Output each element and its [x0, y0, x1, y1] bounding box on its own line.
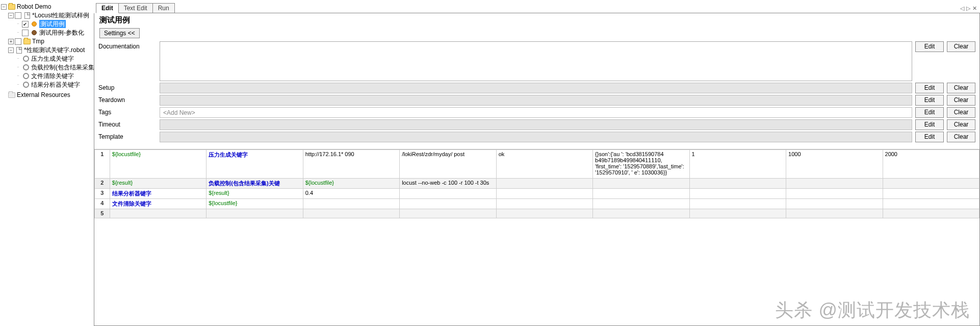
- tab-run[interactable]: Run: [152, 3, 175, 13]
- grid-cell[interactable]: [689, 209, 786, 218]
- clear-button[interactable]: Clear: [947, 41, 975, 52]
- grid-cell[interactable]: locust --no-web -c 100 -r 100 -t 30s: [400, 179, 496, 189]
- tree-item-label[interactable]: 测试用例-参数化: [39, 29, 84, 37]
- grid-cell[interactable]: [496, 179, 592, 189]
- tree-item-label[interactable]: 结果分析器关键字: [31, 81, 80, 89]
- test-checkbox[interactable]: [22, 21, 29, 28]
- documentation-label: Documentation: [98, 41, 160, 50]
- grid-cell[interactable]: [689, 179, 786, 189]
- grid-cell[interactable]: [593, 199, 689, 209]
- edit-button[interactable]: Edit: [915, 83, 944, 93]
- grid-cell[interactable]: ${locustfile}: [110, 150, 206, 179]
- grid-cell[interactable]: [883, 179, 979, 189]
- edit-button[interactable]: Edit: [915, 107, 944, 118]
- grid-cell[interactable]: 0.4: [303, 189, 399, 199]
- grid-cell[interactable]: [207, 209, 303, 218]
- template-field[interactable]: [160, 132, 912, 142]
- tree-item-label[interactable]: 测试用例: [39, 20, 66, 28]
- grid-cell[interactable]: [689, 199, 786, 209]
- grid-cell[interactable]: [883, 199, 979, 209]
- tree-item-label[interactable]: 文件清除关键字: [31, 72, 74, 80]
- grid-cell[interactable]: ${result}: [207, 189, 303, 199]
- tree-expand-icon[interactable]: +: [8, 39, 14, 44]
- tree-collapse-icon[interactable]: −: [8, 47, 14, 53]
- tree-item-label[interactable]: *Locust性能测试样例: [32, 11, 89, 19]
- grid-cell[interactable]: [303, 199, 399, 209]
- grid-row-number[interactable]: 5: [95, 209, 110, 218]
- grid-cell[interactable]: [883, 209, 979, 218]
- tree-external-label[interactable]: External Resources: [17, 91, 70, 99]
- test-checkbox[interactable]: [15, 38, 21, 45]
- tab-edit[interactable]: Edit: [96, 3, 119, 13]
- grid-cell[interactable]: 1: [689, 150, 786, 179]
- grid-cell[interactable]: ok: [496, 150, 592, 179]
- grid-cell[interactable]: ${locustfile}: [303, 179, 399, 189]
- settings-toggle-button[interactable]: Settings <<: [99, 28, 140, 38]
- grid-cell[interactable]: [496, 209, 592, 218]
- template-label: Template: [98, 132, 160, 140]
- tree-collapse-icon[interactable]: −: [8, 13, 14, 18]
- grid-cell[interactable]: [593, 179, 689, 189]
- grid-cell[interactable]: 1000: [786, 150, 883, 179]
- edit-button[interactable]: Edit: [915, 132, 944, 142]
- project-tree[interactable]: − Robot Demo − *Locust性能测试样例 ·· 测试用例 ·· …: [0, 0, 94, 326]
- grid-cell[interactable]: 结果分析器键字: [110, 189, 206, 199]
- test-checkbox[interactable]: [22, 30, 29, 36]
- edit-button[interactable]: Edit: [915, 119, 944, 130]
- tree-root-label[interactable]: Robot Demo: [17, 3, 51, 11]
- tree-item-label[interactable]: 压力生成关键字: [31, 55, 74, 63]
- tab-next-icon[interactable]: ▷: [966, 5, 970, 12]
- grid-row-number[interactable]: 1: [95, 150, 110, 179]
- grid-cell[interactable]: [786, 179, 883, 189]
- test-checkbox[interactable]: [15, 12, 21, 19]
- grid-cell[interactable]: [689, 189, 786, 199]
- clear-button[interactable]: Clear: [947, 95, 975, 106]
- grid-cell[interactable]: [786, 199, 883, 209]
- clear-button[interactable]: Clear: [947, 107, 975, 118]
- timeout-field[interactable]: [160, 119, 912, 130]
- grid-cell[interactable]: [786, 209, 883, 218]
- keyword-grid[interactable]: 1${locustfile}压力生成关键字http://172.16.1* 09…: [94, 149, 979, 218]
- clear-button[interactable]: Clear: [947, 83, 975, 93]
- grid-row-number[interactable]: 2: [95, 179, 110, 189]
- grid-cell[interactable]: [496, 199, 592, 209]
- grid-cell[interactable]: [400, 189, 496, 199]
- edit-button[interactable]: Edit: [915, 41, 944, 52]
- grid-row-number[interactable]: 4: [95, 199, 110, 209]
- grid-cell[interactable]: ${result}: [110, 179, 206, 189]
- grid-cell[interactable]: [883, 189, 979, 199]
- grid-row-number[interactable]: 3: [95, 189, 110, 199]
- grid-cell[interactable]: {}son':{'au ': 'bcd381590784 b49b7189b49…: [593, 150, 689, 179]
- tree-item-label[interactable]: *性能测试关键字.robot: [24, 46, 85, 54]
- tree-item-label[interactable]: 负载控制(包含结果采集)关: [31, 63, 94, 71]
- tags-field[interactable]: <Add New>: [160, 107, 912, 118]
- grid-cell[interactable]: [593, 209, 689, 218]
- grid-cell[interactable]: http://172.16.1* 090: [303, 150, 399, 179]
- clear-button[interactable]: Clear: [947, 132, 975, 142]
- teardown-field[interactable]: [160, 95, 912, 106]
- tree-collapse-icon[interactable]: −: [1, 4, 7, 10]
- editor-tabbar: Edit Text Edit Run ◁ ▷ ✕: [94, 2, 980, 13]
- tab-close-icon[interactable]: ✕: [972, 5, 977, 12]
- grid-cell[interactable]: 文件清除关键字: [110, 199, 206, 209]
- grid-cell[interactable]: 压力生成关键字: [207, 150, 303, 179]
- setup-field[interactable]: [160, 83, 912, 93]
- grid-cell[interactable]: [400, 209, 496, 218]
- tab-textedit[interactable]: Text Edit: [118, 3, 153, 13]
- grid-cell[interactable]: ${locustfile}: [207, 199, 303, 209]
- grid-cell[interactable]: [110, 209, 206, 218]
- grid-cell[interactable]: [593, 189, 689, 199]
- tab-prev-icon[interactable]: ◁: [960, 5, 964, 12]
- clear-button[interactable]: Clear: [947, 119, 975, 130]
- documentation-field[interactable]: [160, 41, 912, 81]
- grid-cell[interactable]: /lokiRest/zdr/myday/ post: [400, 150, 496, 179]
- grid-cell[interactable]: [400, 199, 496, 209]
- grid-cell[interactable]: [786, 189, 883, 199]
- grid-cell[interactable]: 负载控制(包含结果采集)关键: [207, 179, 303, 189]
- grid-cell[interactable]: 2000: [883, 150, 979, 179]
- grid-cell[interactable]: [496, 189, 592, 199]
- grid-cell[interactable]: [303, 209, 399, 218]
- tree-item-label[interactable]: Tmp: [32, 37, 44, 45]
- edit-button[interactable]: Edit: [915, 95, 944, 106]
- folder-icon: [8, 91, 16, 98]
